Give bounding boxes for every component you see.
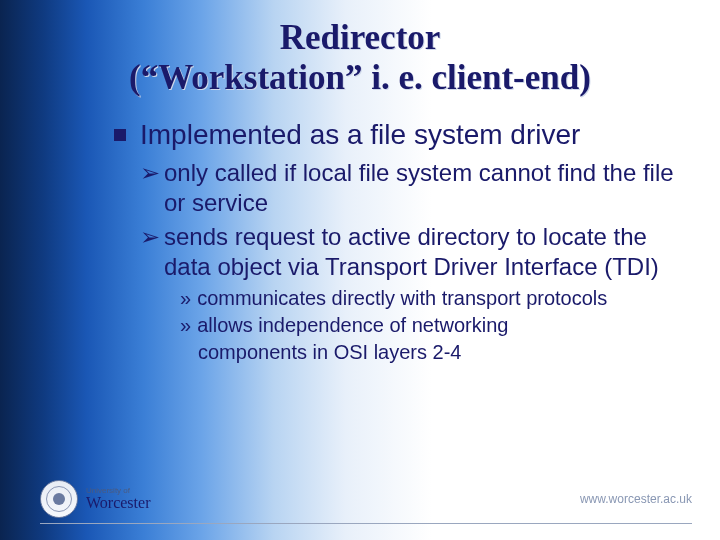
title-line-2: (“Workstation” i. e. client-end) (129, 58, 591, 97)
slide: Redirector (“Workstation” i. e. client-e… (0, 0, 720, 540)
footer-url: www.worcester.ac.uk (580, 492, 692, 506)
logo-rings-icon (40, 480, 78, 518)
logo-text: University of Worcester (86, 487, 150, 511)
footer-divider (40, 523, 692, 524)
bullet-l2a-text: only called if local file system cannot … (164, 158, 682, 218)
bullet-l3b-text: allows independence of networking (197, 313, 508, 338)
raquo-bullet-icon: » (180, 286, 191, 311)
bullet-l1-text: Implemented as a file system driver (140, 117, 580, 152)
arrow-bullet-icon: ➢ (140, 158, 160, 188)
arrow-bullet-icon: ➢ (140, 222, 160, 252)
raquo-bullet-icon: » (180, 313, 191, 338)
square-bullet-icon (114, 129, 126, 141)
level-3-group: » communicates directly with transport p… (140, 286, 682, 365)
bullet-level-2: ➢ sends request to active directory to l… (140, 222, 682, 282)
slide-body: Implemented as a file system driver ➢ on… (28, 117, 692, 365)
bullet-l3b-continuation: components in OSI layers 2-4 (180, 340, 682, 365)
bullet-level-1: Implemented as a file system driver (114, 117, 682, 152)
slide-title: Redirector (“Workstation” i. e. client-e… (28, 18, 692, 99)
bullet-l3a-text: communicates directly with transport pro… (197, 286, 607, 311)
bullet-level-3: » allows independence of networking (180, 313, 682, 338)
level-2-group: ➢ only called if local file system canno… (114, 158, 682, 365)
bullet-l2b-text: sends request to active directory to loc… (164, 222, 682, 282)
logo-name: Worcester (86, 495, 150, 511)
bullet-level-2: ➢ only called if local file system canno… (140, 158, 682, 218)
slide-footer: University of Worcester www.worcester.ac… (40, 523, 692, 524)
bullet-level-3: » communicates directly with transport p… (180, 286, 682, 311)
title-line-1: Redirector (280, 18, 441, 57)
university-logo: University of Worcester (40, 480, 150, 518)
